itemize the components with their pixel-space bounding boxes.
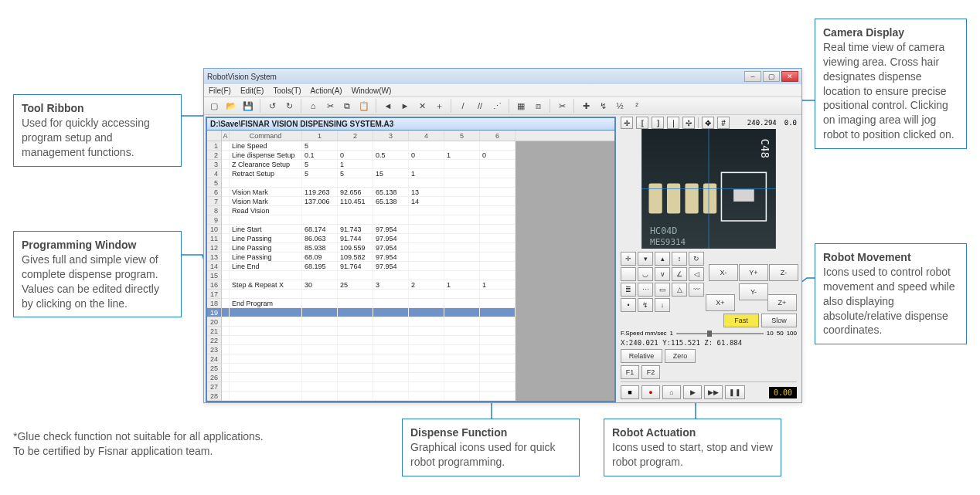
grid-cell[interactable] (409, 327, 444, 336)
grid-cell[interactable] (409, 262, 444, 271)
grid-cell[interactable]: 92.656 (338, 188, 373, 197)
arrow-right-icon[interactable]: ► (398, 99, 412, 113)
grid-cell[interactable] (373, 160, 409, 169)
jog-z-minus[interactable]: Z- (769, 264, 798, 281)
grid-cell[interactable] (444, 215, 480, 225)
grid-cell[interactable] (480, 188, 516, 197)
grid-cell[interactable] (409, 178, 444, 188)
grid-cell[interactable] (444, 364, 480, 373)
grid-cell[interactable] (302, 317, 338, 327)
plus-icon[interactable]: ＋ (432, 99, 446, 113)
grid-cell[interactable]: 137.006 (302, 197, 338, 206)
grid-cell[interactable] (444, 262, 480, 271)
grid-cell[interactable] (222, 141, 230, 151)
grid-cell[interactable]: Line Passing (230, 234, 302, 243)
home-button[interactable]: ⌂ (662, 385, 681, 399)
grid-cell[interactable] (230, 364, 302, 373)
grid-cell[interactable]: 65.138 (373, 188, 409, 197)
xy-icon-icon[interactable]: ✥ (702, 117, 714, 129)
dispense-tri-l-icon[interactable]: ◁ (689, 267, 704, 281)
grid-cell[interactable]: 110.451 (338, 197, 373, 206)
dispense-u-up-icon[interactable]: ▴ (655, 252, 670, 266)
grid-cell[interactable] (302, 345, 338, 354)
grid-cell[interactable] (444, 308, 480, 317)
grid-cell[interactable] (222, 178, 230, 188)
grid-cell[interactable] (444, 317, 480, 327)
1-2-icon[interactable]: ½ (613, 99, 627, 113)
grid-cell[interactable] (444, 188, 480, 197)
grid-cell[interactable] (338, 206, 373, 215)
grid-cell[interactable]: 68.174 (302, 225, 338, 234)
grid-cell[interactable] (230, 215, 302, 225)
f1-button[interactable]: F1 (621, 365, 639, 379)
grid-cell[interactable] (444, 290, 480, 299)
grid-cell[interactable] (444, 345, 480, 354)
grid-cell[interactable]: 91.764 (338, 262, 373, 271)
grid-cell[interactable] (222, 206, 230, 215)
grid-cell[interactable] (222, 373, 230, 382)
grid-cell[interactable] (373, 327, 409, 336)
grid-cell[interactable] (373, 354, 409, 364)
grid-cell[interactable] (230, 345, 302, 354)
grid-cell[interactable] (338, 141, 373, 151)
grid-cell[interactable]: 1 (444, 280, 480, 290)
record-button[interactable]: ● (641, 385, 660, 399)
grid-cell[interactable] (480, 215, 516, 225)
grid-body[interactable]: ACommand123456Line Speed5Line dispense S… (222, 131, 516, 401)
grid-cell[interactable] (230, 354, 302, 364)
dispense-target-icon[interactable]: ✛ (621, 252, 636, 266)
grid-cell[interactable]: Line Passing (230, 243, 302, 253)
f2-button[interactable]: F2 (641, 365, 660, 379)
grid-cell[interactable] (222, 151, 230, 160)
row-number[interactable]: 27 (207, 382, 221, 392)
grid-cell[interactable] (230, 327, 302, 336)
grid-cell[interactable] (302, 354, 338, 364)
grid-cell[interactable] (444, 392, 480, 401)
pause-button[interactable]: ❚❚ (725, 385, 745, 399)
grid-cell[interactable]: 1 (409, 169, 444, 178)
grid-cell[interactable] (480, 243, 516, 253)
grid-cell[interactable]: 0.5 (373, 151, 409, 160)
grid-cell[interactable] (409, 271, 444, 280)
grid-cell[interactable]: 15 (373, 169, 409, 178)
camera-toolbar[interactable]: ✛⟦⟧∣✢✥#240.2940.0 (618, 117, 800, 129)
stop-button[interactable]: ■ (621, 385, 639, 399)
grid-cell[interactable] (444, 271, 480, 280)
close-button[interactable]: ✕ (781, 71, 798, 82)
camera-image[interactable]: C48 HC04D MES9314 (618, 129, 800, 249)
grid-cell[interactable]: 0 (338, 151, 373, 160)
grid-cell[interactable] (222, 290, 230, 299)
grid-cell[interactable] (409, 382, 444, 392)
dispense-arc-icon[interactable]: ◡ (638, 267, 653, 281)
row-number[interactable]: 7 (207, 197, 221, 206)
grid-cell[interactable] (338, 373, 373, 382)
grid-cell[interactable] (338, 290, 373, 299)
grid-cell[interactable] (222, 262, 230, 271)
grid-cell[interactable] (444, 299, 480, 308)
grid-cell[interactable] (409, 141, 444, 151)
grid-cell[interactable] (373, 308, 409, 317)
bracket-out-icon[interactable]: ⟧ (652, 117, 664, 129)
double-slash-icon[interactable]: // (473, 99, 487, 113)
grid-cell[interactable]: 2 (409, 280, 444, 290)
grid-cell[interactable] (373, 336, 409, 345)
row-number[interactable]: 22 (207, 336, 221, 345)
grid-cell[interactable]: 5 (302, 141, 338, 151)
row-number[interactable]: 14 (207, 262, 221, 271)
grid-cell[interactable]: 0.1 (302, 151, 338, 160)
grid-cell[interactable]: 86.063 (302, 234, 338, 243)
program-grid[interactable]: 1234567891011121314151617181920212223242… (207, 131, 614, 401)
grid-cell[interactable] (230, 373, 302, 382)
grid-cell[interactable] (409, 364, 444, 373)
grid-cell[interactable] (338, 336, 373, 345)
row-number[interactable]: 23 (207, 345, 221, 354)
grid-cell[interactable] (222, 225, 230, 234)
jog-x-minus[interactable]: X- (709, 264, 738, 281)
grid-cell[interactable] (480, 160, 516, 169)
grid-cell[interactable] (444, 243, 480, 253)
path-icon[interactable]: ↯ (596, 99, 610, 113)
grid-cell[interactable] (302, 206, 338, 215)
row-number[interactable]: 26 (207, 373, 221, 382)
grid-cell[interactable] (222, 382, 230, 392)
grid-cell[interactable] (444, 382, 480, 392)
